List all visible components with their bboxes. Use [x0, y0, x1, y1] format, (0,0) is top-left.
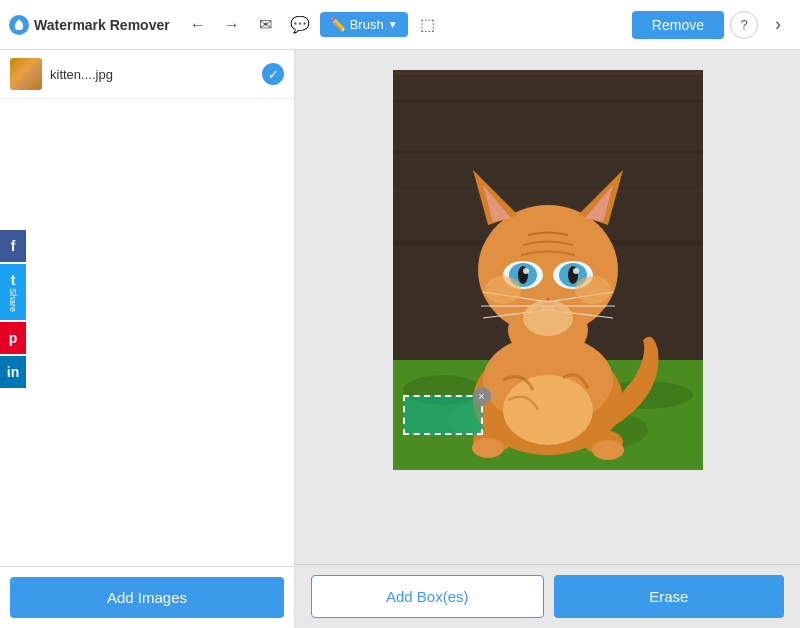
toolbar: Watermark Remover ← → ✉ 💬 ✏️ Brush ▼ ⬚ R… [0, 0, 800, 50]
svg-rect-4 [393, 150, 703, 154]
forward-button[interactable]: → [218, 11, 246, 39]
twitter-icon: t [11, 272, 16, 288]
add-boxes-button[interactable]: Add Box(es) [311, 575, 544, 618]
file-thumbnail [10, 58, 42, 90]
next-arrow-button[interactable]: › [764, 11, 792, 39]
pinterest-share-button[interactable]: p [0, 322, 26, 354]
left-panel: kitten....jpg ✓ f t Share p in Add Image… [0, 50, 295, 628]
right-panel: × Add Box(es) Erase [295, 50, 800, 628]
brush-button[interactable]: ✏️ Brush ▼ [320, 12, 408, 37]
file-item[interactable]: kitten....jpg ✓ [0, 50, 294, 99]
pinterest-icon: p [9, 330, 18, 346]
svg-point-32 [523, 268, 529, 274]
svg-rect-3 [393, 100, 703, 103]
bottom-action-bar: Add Box(es) Erase [295, 564, 800, 628]
check-icon: ✓ [262, 63, 284, 85]
logo-icon [8, 14, 30, 36]
twitter-share-button[interactable]: t Share [0, 264, 26, 320]
svg-point-18 [472, 438, 504, 458]
social-sidebar: f t Share p in [0, 230, 26, 388]
comment-button[interactable]: 💬 [286, 11, 314, 39]
app-title: Watermark Remover [34, 17, 170, 33]
linkedin-share-button[interactable]: in [0, 356, 26, 388]
selection-box[interactable]: × [403, 395, 483, 435]
erase-button[interactable]: Erase [554, 575, 785, 618]
brush-icon: ✏️ [330, 17, 346, 32]
svg-point-19 [592, 440, 624, 460]
svg-point-15 [503, 375, 593, 445]
linkedin-icon: in [7, 364, 19, 380]
svg-rect-2 [393, 70, 703, 75]
share-label: Share [8, 288, 18, 312]
svg-point-33 [573, 268, 579, 274]
brush-label: Brush [350, 17, 384, 32]
brush-chevron-icon: ▼ [388, 19, 398, 30]
app-logo: Watermark Remover [8, 14, 170, 36]
erase-tool-button[interactable]: ⬚ [414, 11, 442, 39]
svg-rect-5 [393, 190, 703, 193]
facebook-icon: f [11, 238, 16, 254]
image-container: × [393, 70, 703, 470]
remove-button[interactable]: Remove [632, 11, 724, 39]
svg-point-41 [523, 300, 573, 336]
left-panel-bottom: Add Images [0, 566, 294, 628]
svg-point-42 [485, 276, 521, 304]
back-button[interactable]: ← [184, 11, 212, 39]
file-name: kitten....jpg [50, 67, 254, 82]
main-layout: kitten....jpg ✓ f t Share p in Add Image… [0, 50, 800, 628]
pin-button[interactable]: ✉ [252, 11, 280, 39]
facebook-share-button[interactable]: f [0, 230, 26, 262]
help-button[interactable]: ? [730, 11, 758, 39]
add-images-button[interactable]: Add Images [10, 577, 284, 618]
svg-point-43 [575, 276, 611, 304]
file-thumb-image [10, 58, 42, 90]
selection-close-button[interactable]: × [473, 387, 491, 405]
